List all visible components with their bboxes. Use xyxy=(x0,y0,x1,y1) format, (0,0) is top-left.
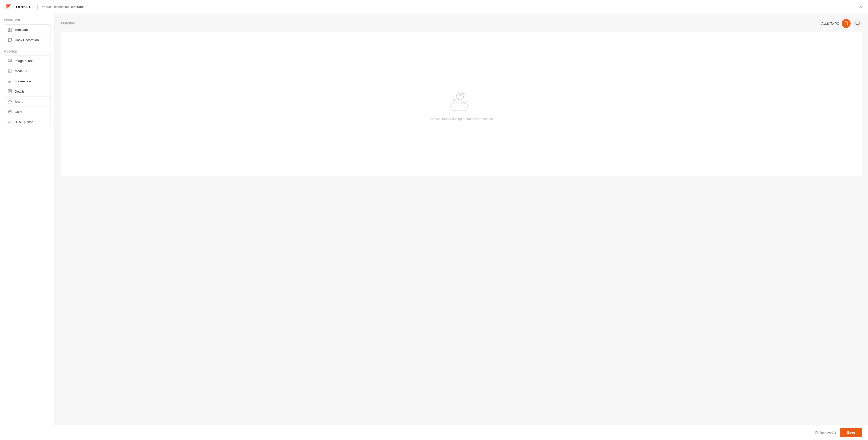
model-cut-icon xyxy=(8,69,12,73)
module-group: Image & Text Model Cut xyxy=(4,56,51,127)
sidebar-item-details-label: Details xyxy=(15,90,25,93)
html-editor-icon: </> xyxy=(8,120,12,124)
brand-icon xyxy=(8,99,12,104)
preview-header: PREVIEW Apply To PC xyxy=(61,19,862,28)
template-group: Template Copy Decoration xyxy=(4,24,51,45)
details-icon xyxy=(8,89,12,94)
svg-point-33 xyxy=(846,24,846,25)
sidebar-item-information-label: Information xyxy=(15,80,31,83)
svg-point-42 xyxy=(460,92,464,96)
app-header: LORIKEET Product Description Decorator × xyxy=(0,0,868,14)
header-subtitle: Product Description Decorator xyxy=(40,5,84,9)
svg-rect-4 xyxy=(8,28,9,31)
sidebar-item-details[interactable]: Details xyxy=(4,86,50,97)
template-section-label: TEMPLATE xyxy=(4,19,51,22)
sidebar-item-copy-decoration[interactable]: Copy Decoration xyxy=(4,35,50,45)
sidebar-item-template-label: Template xyxy=(15,28,28,32)
preview-canvas: Please start by adding modules from the … xyxy=(61,32,862,176)
main-layout: TEMPLATE Template xyxy=(0,14,868,425)
sidebar-item-copy-decoration-label: Copy Decoration xyxy=(15,38,39,42)
template-icon xyxy=(8,27,12,32)
close-button[interactable]: × xyxy=(858,3,863,11)
color-icon xyxy=(8,109,12,114)
trash-icon xyxy=(815,431,818,434)
image-text-icon xyxy=(8,59,12,63)
logo-icon xyxy=(5,3,12,10)
sidebar-item-information[interactable]: Information xyxy=(4,76,50,86)
sidebar-item-brand[interactable]: Brand xyxy=(4,97,50,107)
mobile-preview-button[interactable] xyxy=(842,19,850,28)
svg-rect-34 xyxy=(856,22,859,24)
header-left: LORIKEET Product Description Decorator xyxy=(5,3,84,10)
remove-all-label: Remove All xyxy=(820,431,836,435)
information-icon xyxy=(8,79,12,83)
sidebar-item-template[interactable]: Template xyxy=(4,25,50,35)
apply-to-pc-button[interactable]: Apply To PC xyxy=(822,22,839,25)
svg-point-26 xyxy=(9,111,10,112)
bird-hand-svg xyxy=(446,88,476,113)
sidebar-item-color-label: Color xyxy=(15,110,22,114)
empty-state-illustration xyxy=(446,88,476,113)
preview-area: PREVIEW Apply To PC xyxy=(55,14,868,425)
mobile-icon xyxy=(844,22,848,25)
remove-all-button[interactable]: Remove All xyxy=(815,431,836,435)
sidebar-item-brand-label: Brand xyxy=(15,100,23,103)
sidebar-item-image-text-label: Image & Text xyxy=(15,59,34,63)
copy-decoration-icon xyxy=(8,38,12,42)
svg-line-37 xyxy=(454,99,454,102)
svg-rect-44 xyxy=(815,432,818,434)
desktop-preview-button[interactable] xyxy=(853,19,862,28)
sidebar-item-html-editor-label: HTML Editor xyxy=(15,120,33,124)
svg-marker-24 xyxy=(8,100,12,103)
header-divider xyxy=(37,4,38,9)
preview-label: PREVIEW xyxy=(61,22,75,25)
svg-text:</>: </> xyxy=(8,121,12,124)
footer: Remove All Save xyxy=(0,425,868,440)
desktop-icon xyxy=(856,22,860,25)
svg-line-38 xyxy=(458,98,459,102)
svg-rect-7 xyxy=(8,59,10,61)
preview-empty-text: Please start by adding modules from the … xyxy=(430,117,493,121)
svg-rect-3 xyxy=(8,28,12,31)
logo-text: LORIKEET xyxy=(13,5,34,9)
sidebar-item-color[interactable]: Color xyxy=(4,107,50,117)
sidebar-item-html-editor[interactable]: </> HTML Editor xyxy=(4,117,50,127)
preview-actions: Apply To PC xyxy=(822,19,862,28)
svg-line-39 xyxy=(463,98,463,102)
sidebar: TEMPLATE Template xyxy=(0,14,55,425)
module-section-label: MODULE xyxy=(4,50,51,53)
sidebar-item-image-text[interactable]: Image & Text xyxy=(4,56,50,66)
svg-line-40 xyxy=(467,99,467,102)
sidebar-item-model-cut[interactable]: Model Cut xyxy=(4,66,50,76)
svg-point-43 xyxy=(462,93,463,94)
sidebar-item-model-cut-label: Model Cut xyxy=(15,69,29,73)
save-button[interactable]: Save xyxy=(840,428,862,437)
logo: LORIKEET xyxy=(5,3,34,10)
